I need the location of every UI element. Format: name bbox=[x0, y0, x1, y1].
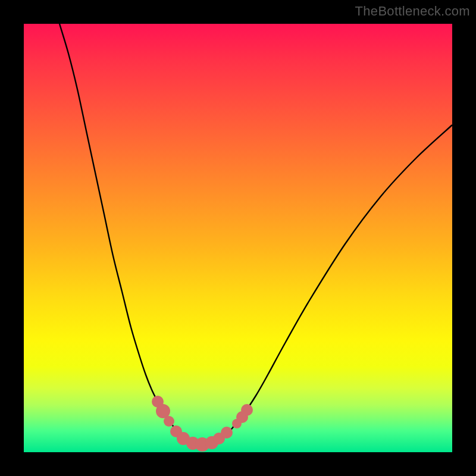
watermark-label: TheBottleneck.com bbox=[355, 4, 470, 19]
bead-left-3 bbox=[164, 416, 174, 427]
bottleneck-curve bbox=[60, 24, 452, 444]
chart-frame: TheBottleneck.com bbox=[0, 0, 476, 476]
bead-right-2 bbox=[221, 427, 233, 439]
curve-svg bbox=[24, 24, 452, 452]
plot-area bbox=[24, 24, 452, 452]
markers-group bbox=[152, 396, 253, 452]
bead-right-4 bbox=[241, 404, 253, 416]
